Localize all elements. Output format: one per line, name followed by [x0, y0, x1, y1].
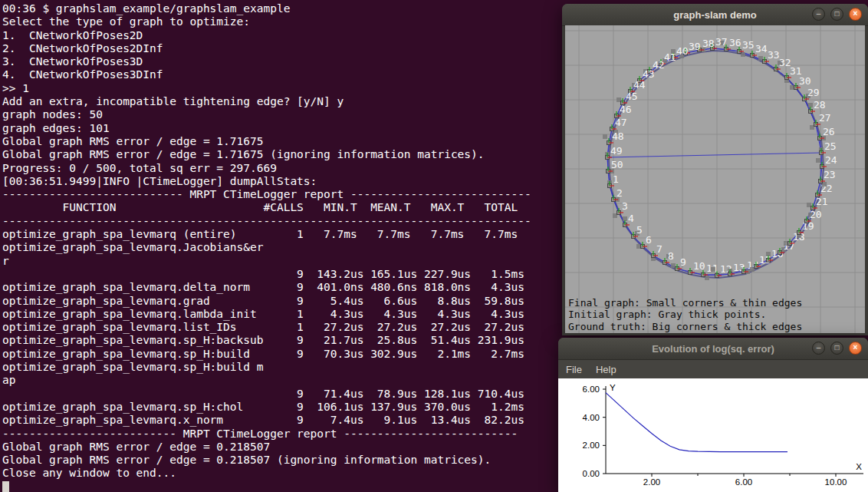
minimize-button[interactable]: – [812, 342, 825, 355]
x-tick-label: 10.00 [825, 477, 847, 487]
node-label: 34 [755, 43, 768, 54]
node-label: 50 [611, 159, 623, 170]
node-label: 5 [636, 224, 643, 236]
node-label: 41 [664, 51, 676, 63]
node-label: 6 [646, 234, 652, 246]
close-button[interactable]: × [849, 8, 862, 21]
graphslam-demo-window: graph-slam demo – □ × 123456789101112131… [562, 4, 868, 335]
maximize-button[interactable]: □ [830, 342, 843, 355]
node-label: 1 [613, 173, 619, 185]
node-label: 35 [742, 39, 755, 51]
node-label: 39 [689, 41, 701, 52]
node-label: 38 [702, 38, 715, 49]
graph-canvas-svg: 1234567891011121314151617181920212223242… [565, 25, 865, 333]
node-label: 46 [620, 104, 632, 115]
node-label: 33 [768, 49, 780, 61]
node-label: 2 [616, 187, 623, 199]
graph-3d-viewport[interactable]: 1234567891011121314151617181920212223242… [565, 25, 865, 333]
graph-legend: Final graph: Small corners & thin edges … [568, 297, 802, 333]
node-label: 20 [810, 209, 822, 220]
y-axis-label: Y [610, 383, 616, 392]
close-icon: × [853, 343, 858, 352]
legend-line-initial: Initial graph: Gray thick points. [568, 309, 802, 321]
node-label: 24 [825, 154, 837, 166]
y-tick-label: 0.00 [583, 469, 600, 478]
node-label: 28 [814, 99, 826, 111]
plot-area[interactable]: 0.002.004.006.002.006.0010.00YX [558, 378, 868, 492]
minimize-icon: – [817, 9, 821, 18]
plot-svg: 0.002.004.006.002.006.0010.00YX [558, 378, 868, 492]
node-label: 10 [693, 260, 705, 272]
node-label: 29 [807, 87, 820, 98]
node-label: 27 [819, 112, 831, 124]
node-label: 43 [643, 68, 655, 80]
initial-graph-point [711, 267, 715, 272]
maximize-icon: □ [834, 9, 839, 18]
node-label: 40 [676, 45, 689, 57]
x-axis-label: X [856, 462, 862, 471]
node-label: 23 [824, 169, 836, 180]
node-label: 7 [656, 243, 663, 255]
node-label: 31 [790, 65, 802, 77]
node-label: 4 [628, 213, 634, 224]
error-plot-titlebar[interactable]: Evolution of log(sq. error) – □ × [558, 338, 868, 360]
node-label: 44 [633, 79, 646, 91]
close-button[interactable]: × [849, 342, 862, 355]
initial-graph-point [816, 158, 820, 163]
x-tick-label: 6.00 [735, 477, 752, 487]
node-label: 9 [680, 256, 686, 268]
legend-line-final: Final graph: Small corners & thin edges [568, 297, 802, 309]
x-tick-label: 2.00 [643, 477, 660, 487]
error-plot-window: Evolution of log(sq. error) – □ × File H… [558, 338, 868, 492]
window-buttons: – □ × [812, 342, 862, 355]
maximize-icon: □ [834, 343, 839, 352]
y-tick-label: 2.00 [583, 441, 600, 450]
node-label: 30 [799, 75, 811, 87]
terminal-cursor [2, 481, 9, 492]
error-curve [606, 393, 787, 452]
minimize-button[interactable]: – [812, 8, 825, 21]
initial-graph-point [603, 134, 607, 139]
node-label: 32 [779, 57, 791, 68]
node-label: 49 [610, 145, 623, 157]
node-label: 21 [816, 196, 828, 207]
node-label: 45 [626, 91, 638, 102]
node-label: 48 [612, 130, 624, 142]
node-label: 36 [729, 37, 741, 48]
minimize-icon: – [817, 343, 821, 352]
node-label: 37 [715, 36, 728, 48]
node-label: 25 [824, 140, 837, 152]
window-title: graph-slam demo [673, 9, 756, 21]
graphslam-demo-titlebar[interactable]: graph-slam demo – □ × [562, 4, 868, 26]
menu-file[interactable]: File [566, 364, 582, 375]
window-buttons: – □ × [812, 8, 862, 21]
node-label: 8 [668, 250, 674, 262]
menubar: File Help [558, 360, 868, 379]
menu-help[interactable]: Help [596, 364, 616, 375]
node-label: 3 [622, 200, 628, 212]
y-tick-label: 4.00 [583, 413, 600, 422]
node-label: 47 [615, 117, 627, 128]
close-icon: × [853, 9, 858, 18]
y-tick-label: 6.00 [583, 385, 600, 394]
legend-line-ground-truth: Ground truth: Big corners & thick edges [568, 321, 802, 333]
window-title: Evolution of log(sq. error) [652, 343, 774, 355]
maximize-button[interactable]: □ [830, 8, 843, 21]
node-label: 26 [823, 126, 835, 137]
